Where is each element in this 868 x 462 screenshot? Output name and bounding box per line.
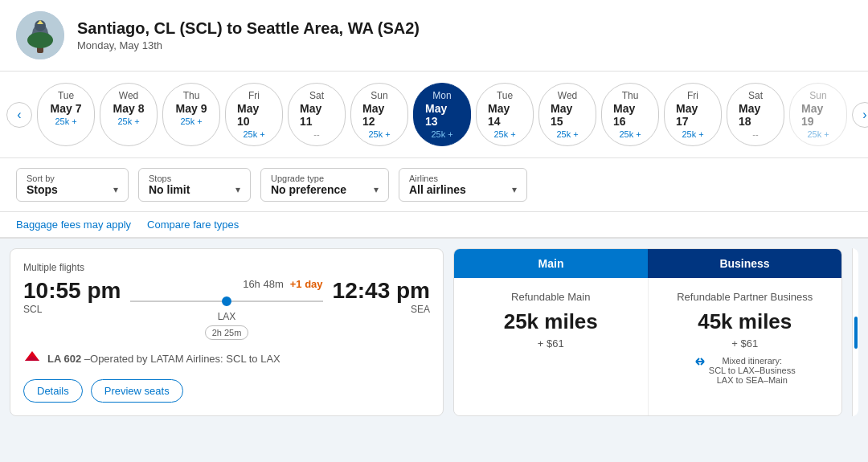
- date-price: 25k +: [55, 117, 76, 126]
- tab-business[interactable]: Business: [648, 249, 841, 278]
- baggage-fees-link[interactable]: Baggage fees may apply: [16, 219, 131, 231]
- filters-bar: Sort by Stops ▾ Stops No limit ▾ Upgrade…: [0, 158, 868, 212]
- depart-time: 10:55 pm: [23, 278, 121, 304]
- sort-filter[interactable]: Sort by Stops ▾: [16, 168, 129, 202]
- date-day-num: May 17: [676, 102, 710, 128]
- date-item[interactable]: SatMay 11--: [288, 83, 346, 146]
- date-day-name: Sat: [748, 90, 763, 101]
- date-price: 25k +: [556, 129, 578, 139]
- airlines-filter-label: Airlines: [409, 174, 517, 183]
- date-day-name: Sun: [809, 90, 826, 101]
- preview-seats-button[interactable]: Preview seats: [91, 379, 183, 403]
- business-fare-note: Mixed itinerary: SCL to LAX–Business LAX…: [694, 356, 796, 385]
- upgrade-filter-label: Upgrade type: [271, 174, 379, 183]
- date-day-name: Fri: [687, 90, 698, 101]
- date-day-num: May 12: [362, 102, 396, 128]
- stops-filter[interactable]: Stops No limit ▾: [138, 168, 251, 202]
- date-day-name: Mon: [432, 90, 451, 101]
- details-button[interactable]: Details: [23, 379, 83, 403]
- mixed-note-prefix: Mixed itinerary:: [722, 356, 782, 366]
- stopover-airport: LAX: [205, 311, 249, 322]
- fare-col-main[interactable]: Refundable Main 25k miles + $61: [454, 278, 649, 415]
- upgrade-filter[interactable]: Upgrade type No preference ▾: [260, 168, 389, 202]
- flight-number: LA 602: [47, 353, 81, 365]
- date-price: 25k +: [243, 129, 264, 139]
- business-fare-cash: + $61: [731, 337, 758, 350]
- date-day-name: Tue: [497, 90, 513, 101]
- date-price: --: [313, 129, 319, 139]
- date-item[interactable]: WedMay 825k +: [100, 83, 158, 146]
- date-day-name: Fri: [248, 90, 260, 101]
- airline-text: LA 602 –Operated by LATAM Airlines: SCL …: [47, 353, 280, 365]
- fare-tabs: Main Business: [454, 249, 841, 278]
- date-day-num: May 11: [300, 102, 334, 128]
- airlines-filter[interactable]: Airlines All airlines ▾: [399, 168, 527, 202]
- date-carousel: ‹ TueMay 725k +WedMay 825k +ThuMay 925k …: [0, 72, 868, 158]
- route-title: Santiago, CL (SCL) to Seattle Area, WA (…: [77, 19, 420, 38]
- sort-filter-label: Sort by: [27, 174, 118, 183]
- date-item[interactable]: SunMay 1925k +: [789, 83, 847, 146]
- date-item[interactable]: TueMay 725k +: [37, 83, 95, 146]
- scroll-bar: [852, 248, 858, 416]
- svg-point-7: [27, 32, 53, 48]
- business-fare-label: Refundable Partner Business: [677, 291, 813, 303]
- date-day-num: May 7: [51, 102, 82, 115]
- action-links-bar: Baggage fees may apply Compare fare type…: [0, 212, 868, 239]
- mixed-icon: [694, 356, 706, 369]
- date-item[interactable]: FriMay 1725k +: [664, 83, 722, 146]
- plus-day-badge: +1 day: [290, 278, 323, 290]
- date-item[interactable]: ThuMay 925k +: [162, 83, 220, 146]
- duration-text: 16h 48m: [243, 278, 284, 290]
- flight-line-right: [231, 301, 323, 302]
- flight-line: 16h 48m +1 day LAX 2h 25m: [130, 278, 322, 340]
- business-fare-miles: 45k miles: [698, 309, 792, 334]
- upgrade-chevron-icon: ▾: [374, 184, 379, 195]
- date-day-name: Tue: [58, 90, 74, 101]
- date-day-name: Sat: [309, 90, 324, 101]
- carousel-next-button[interactable]: ›: [852, 102, 868, 128]
- date-day-num: May 8: [113, 102, 145, 115]
- date-item[interactable]: MonMay 1325k +: [413, 83, 471, 146]
- date-item[interactable]: SatMay 18--: [727, 83, 784, 146]
- flight-label: Multiple flights: [23, 262, 430, 273]
- upgrade-filter-value: No preference: [271, 183, 346, 196]
- stops-filter-value: No limit: [149, 183, 190, 196]
- date-price: 25k +: [117, 117, 139, 126]
- airlines-chevron-icon: ▾: [512, 184, 517, 195]
- carousel-prev-button[interactable]: ‹: [6, 102, 32, 128]
- main-fare-cash: + $61: [538, 337, 564, 350]
- stopover-duration: 2h 25m: [205, 325, 249, 340]
- airlines-filter-value: All airlines: [409, 183, 466, 196]
- date-price: 25k +: [431, 129, 452, 139]
- date-price: 25k +: [180, 117, 202, 126]
- fare-col-business[interactable]: Refundable Partner Business 45k miles + …: [649, 278, 842, 415]
- compare-fare-link[interactable]: Compare fare types: [147, 219, 239, 231]
- stops-chevron-icon: ▾: [235, 184, 240, 195]
- stops-filter-label: Stops: [149, 174, 240, 183]
- main-content: Multiple flights 10:55 pm SCL 16h 48m +1…: [0, 239, 868, 426]
- date-item[interactable]: ThuMay 1625k +: [601, 83, 659, 146]
- date-day-name: Thu: [183, 90, 200, 101]
- date-item[interactable]: FriMay 1025k +: [225, 83, 283, 146]
- date-price: 25k +: [807, 129, 829, 139]
- tab-main[interactable]: Main: [454, 249, 648, 278]
- date-day-num: May 14: [488, 102, 522, 128]
- date-item[interactable]: SunMay 1225k +: [350, 83, 408, 146]
- date-item[interactable]: TueMay 1425k +: [476, 83, 534, 146]
- main-fare-miles: 25k miles: [504, 309, 598, 334]
- date-item[interactable]: WedMay 1525k +: [538, 83, 596, 146]
- arrive-time: 12:43 pm: [333, 278, 430, 304]
- avatar: [16, 11, 64, 59]
- sort-filter-value: Stops: [27, 183, 58, 196]
- flight-stop-dot: [222, 296, 231, 306]
- airline-operated-by: –Operated by LATAM Airlines: SCL to LAX: [84, 353, 280, 365]
- date-day-num: May 18: [739, 102, 772, 128]
- date-day-num: May 10: [237, 102, 271, 128]
- fare-options: Main Business Refundable Main 25k miles …: [453, 248, 842, 416]
- date-day-num: May 16: [613, 102, 647, 128]
- date-day-name: Sun: [371, 90, 387, 101]
- flight-line-left: [130, 301, 222, 302]
- latam-icon: [23, 350, 41, 368]
- header-text: Santiago, CL (SCL) to Seattle Area, WA (…: [77, 19, 420, 51]
- mixed-note-line2: LAX to SEA–Main: [717, 375, 788, 385]
